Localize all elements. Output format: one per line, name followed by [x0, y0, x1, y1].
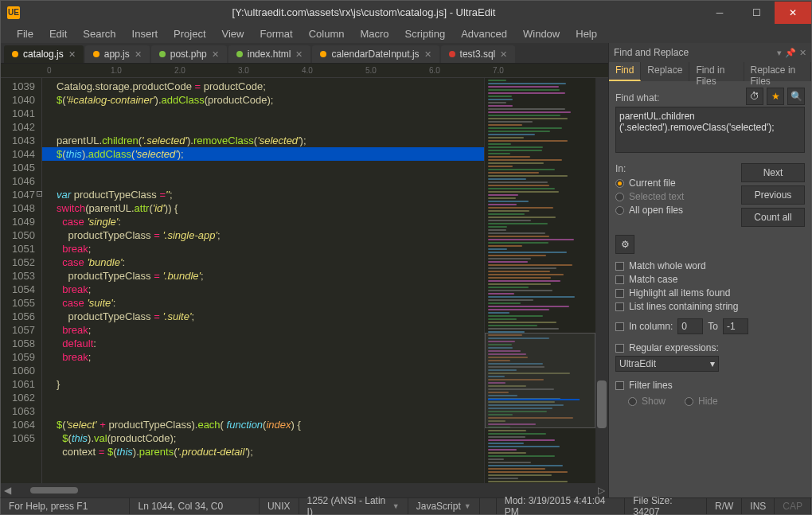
check-list-lines[interactable]: List lines containing string — [615, 301, 805, 312]
close-icon[interactable]: ✕ — [295, 49, 303, 60]
minimap-viewport[interactable] — [485, 333, 595, 428]
code-editor[interactable]: Catalog.storage.productCode = productCod… — [42, 78, 484, 483]
menu-help[interactable]: Help — [568, 25, 605, 42]
tab-find[interactable]: Find — [609, 62, 641, 81]
status-ins[interactable]: INS — [742, 498, 775, 514]
panel-dropdown-icon[interactable]: ▾ — [777, 48, 782, 58]
panel-pin-icon[interactable]: 📌 — [785, 48, 796, 58]
ruler: 0 1.0 2.0 3.0 4.0 5.0 6.0 7.0 — [1, 64, 608, 78]
statusbar: For Help, press F1 Ln 1044, Col 34, C0 U… — [0, 497, 812, 515]
regex-engine-select[interactable]: UltraEdit▾ — [615, 356, 719, 372]
status-encoding[interactable]: 1252 (ANSI - Latin I)▼ — [299, 498, 408, 514]
editor-area: catalog.js✕app.js✕post.php✕index.html✕ca… — [1, 43, 608, 497]
scroll-left-icon[interactable]: ◀ — [1, 483, 14, 497]
scroll-thumb[interactable] — [30, 487, 78, 494]
tab-replace-in-files[interactable]: Replace in Files — [744, 62, 811, 81]
status-position: Ln 1044, Col 34, C0 — [130, 498, 259, 514]
status-cap: CAP — [775, 498, 811, 514]
history-icon[interactable]: ⏱ — [746, 88, 763, 105]
file-tab[interactable]: post.php✕ — [151, 45, 227, 63]
tab-bar: catalog.js✕app.js✕post.php✕index.html✕ca… — [1, 43, 608, 64]
tab-status-icon — [12, 51, 18, 57]
radio-filter-hide[interactable]: Hide — [685, 396, 718, 407]
check-filter-lines[interactable]: Filter lines — [615, 380, 805, 391]
maximize-button[interactable]: ☐ — [738, 2, 775, 24]
menu-column[interactable]: Column — [301, 25, 353, 42]
window-title: [Y:\ultraedit.com\assets\rx\js\custom\ca… — [26, 6, 701, 18]
menu-advanced[interactable]: Advanced — [453, 25, 515, 42]
close-button[interactable]: ✕ — [775, 2, 811, 24]
find-input[interactable] — [615, 107, 805, 153]
panel-title: Find and Replace ▾ 📌 ✕ — [609, 43, 811, 62]
check-whole-word[interactable]: Match whole word — [615, 260, 805, 271]
minimap[interactable] — [484, 78, 595, 483]
menu-macro[interactable]: Macro — [352, 25, 396, 42]
menu-edit[interactable]: Edit — [41, 25, 75, 42]
next-button[interactable]: Next — [741, 163, 805, 182]
tab-status-icon — [320, 51, 326, 57]
gear-icon[interactable]: ⚙ — [615, 235, 634, 254]
close-icon[interactable]: ✕ — [135, 49, 142, 60]
file-tab[interactable]: app.js✕ — [85, 45, 150, 63]
horizontal-scrollbar[interactable] — [14, 486, 595, 495]
tab-status-icon — [236, 51, 243, 57]
status-modified: Mod: 3/19/2015 4:41:04 PM — [497, 498, 626, 514]
titlebar: UE [Y:\ultraedit.com\assets\rx\js\custom… — [0, 0, 812, 24]
app-icon: UE — [7, 6, 20, 19]
status-help: For Help, press F1 — [1, 498, 130, 514]
status-language[interactable]: JavaScript▼ — [408, 498, 480, 514]
file-tab[interactable]: index.html✕ — [228, 45, 311, 63]
menu-project[interactable]: Project — [166, 25, 213, 42]
menu-insert[interactable]: Insert — [124, 25, 166, 42]
file-tab[interactable]: catalog.js✕ — [4, 45, 84, 63]
column-to-input[interactable] — [723, 318, 748, 334]
radio-current-file[interactable]: Current file — [615, 178, 735, 189]
vertical-scrollbar[interactable] — [595, 78, 608, 483]
panel-tabs: Find Replace Find in Files Replace in Fi… — [609, 62, 811, 81]
close-icon[interactable]: ✕ — [424, 49, 431, 60]
radio-all-open[interactable]: All open files — [615, 205, 735, 216]
status-filesize: File Size: 34207 — [625, 498, 707, 514]
tab-find-in-files[interactable]: Find in Files — [689, 62, 744, 81]
close-icon[interactable]: ✕ — [212, 49, 219, 60]
check-regex[interactable]: Regular expressions: — [615, 342, 805, 353]
file-tab[interactable]: test3.sql✕ — [441, 45, 516, 63]
favorite-icon[interactable]: ★ — [767, 88, 784, 105]
check-match-case[interactable]: Match case — [615, 274, 805, 285]
panel-close-icon[interactable]: ✕ — [799, 48, 806, 58]
tab-replace[interactable]: Replace — [641, 62, 689, 81]
in-label: In: — [615, 163, 735, 174]
menu-window[interactable]: Window — [515, 25, 568, 42]
menu-file[interactable]: File — [9, 25, 41, 42]
previous-button[interactable]: Previous — [741, 185, 805, 205]
close-icon[interactable]: ✕ — [68, 49, 76, 60]
column-from-input[interactable] — [677, 318, 703, 334]
status-rw[interactable]: R/W — [707, 498, 742, 514]
find-replace-panel: Find and Replace ▾ 📌 ✕ Find Replace Find… — [608, 43, 811, 497]
menu-format[interactable]: Format — [252, 25, 301, 42]
line-gutter: 103910401041104210431044104510461047-104… — [1, 78, 42, 483]
radio-filter-show[interactable]: Show — [628, 396, 666, 407]
radio-selected-text[interactable]: Selected text — [615, 191, 735, 202]
close-icon[interactable]: ✕ — [500, 49, 507, 60]
file-tab[interactable]: calendarDateInput.js✕ — [312, 45, 439, 63]
scroll-thumb[interactable] — [597, 380, 607, 428]
tab-status-icon — [93, 51, 100, 57]
status-lineend[interactable]: UNIX — [260, 498, 299, 514]
tab-status-icon — [449, 51, 455, 57]
in-column-label: In column: — [629, 321, 673, 332]
regex-helper-icon[interactable]: 🔍 — [787, 88, 805, 105]
check-highlight-all[interactable]: Highlight all items found — [615, 287, 805, 298]
find-what-label: Find what: — [615, 92, 659, 103]
menu-view[interactable]: View — [214, 25, 252, 42]
menu-scripting[interactable]: Scripting — [397, 25, 454, 42]
menu-search[interactable]: Search — [75, 25, 123, 42]
menubar: File Edit Search Insert Project View For… — [0, 24, 812, 43]
fold-icon[interactable]: - — [37, 191, 42, 197]
count-all-button[interactable]: Count all — [741, 208, 805, 227]
minimize-button[interactable]: ─ — [701, 2, 738, 24]
tab-status-icon — [159, 51, 166, 57]
